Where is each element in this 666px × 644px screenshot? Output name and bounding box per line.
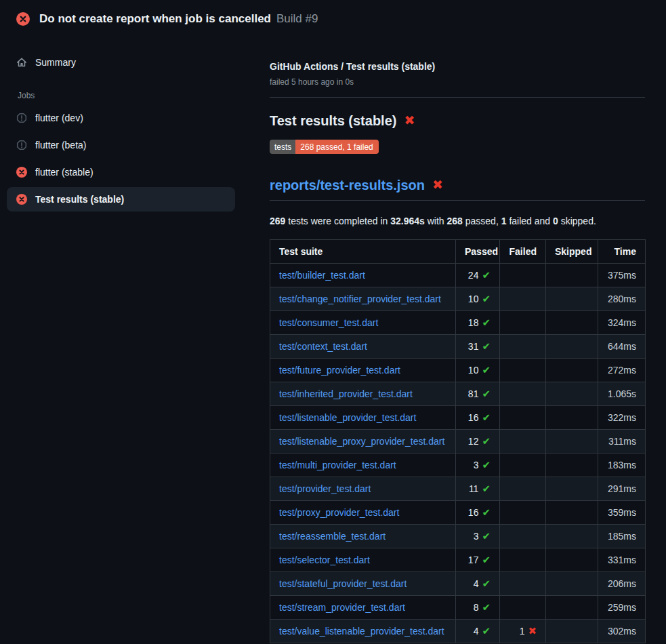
divider [270, 97, 645, 98]
check-mark-icon: ✔ [482, 269, 491, 281]
table-row: test/selector_test.dart17✔331ms [270, 548, 646, 572]
column-header-skipped: Skipped [546, 240, 598, 264]
column-header-failed: Failed [500, 240, 546, 264]
failed-cell [500, 477, 546, 501]
time-cell: 259ms [598, 596, 646, 620]
failed-cell [500, 548, 546, 572]
time-cell: 324ms [598, 311, 646, 335]
cross-mark-icon: ✖ [528, 625, 537, 637]
test-suite-link[interactable]: test/listenable_proxy_provider_test.dart [279, 436, 444, 447]
skipped-cell [546, 596, 598, 620]
sidebar-item-label: flutter (stable) [35, 166, 93, 178]
jobs-section-label: Jobs [7, 85, 235, 106]
skipped-cell [546, 572, 598, 596]
skipped-cell [546, 382, 598, 406]
status-line: failed 5 hours ago in 0s [270, 77, 645, 87]
check-mark-icon: ✔ [482, 530, 491, 542]
test-suite-link[interactable]: test/selector_test.dart [279, 555, 370, 565]
tests-badge: tests 268 passed, 1 failed [270, 140, 379, 154]
failed-cell [500, 359, 546, 382]
test-suite-link[interactable]: test/inherited_provider_test.dart [279, 388, 413, 399]
time-cell: 183ms [598, 454, 646, 477]
skipped-cell [546, 454, 598, 477]
sidebar-item-flutter-dev[interactable]: flutter (dev) [7, 106, 235, 130]
passed-cell: 10✔ [456, 287, 500, 311]
table-row: test/stream_provider_test.dart8✔259ms [270, 596, 646, 620]
skipped-cell [546, 335, 598, 359]
test-suite-link[interactable]: test/value_listenable_provider_test.dart [279, 626, 444, 637]
failed-cell [500, 382, 546, 406]
test-suite-link[interactable]: test/provider_test.dart [279, 483, 371, 494]
test-suite-cell: test/provider_test.dart [270, 477, 456, 501]
test-suite-cell: test/builder_test.dart [270, 264, 456, 287]
jobs-list: flutter (dev) flutter (beta) [7, 106, 235, 212]
test-suite-link[interactable]: test/reassemble_test.dart [279, 531, 386, 542]
skipped-cell [546, 548, 598, 572]
passed-cell: 12✔ [456, 430, 500, 454]
passed-cell: 11✔ [456, 477, 500, 501]
sidebar-item-label: Summary [35, 56, 76, 68]
passed-cell: 16✔ [456, 501, 500, 525]
test-suite-link[interactable]: test/builder_test.dart [279, 270, 365, 281]
sidebar: Summary Jobs flutter (dev) [0, 35, 242, 214]
divider [270, 200, 645, 201]
stop-icon [16, 140, 27, 150]
test-suite-link[interactable]: test/proxy_provider_test.dart [279, 507, 399, 518]
time-cell: 280ms [598, 287, 646, 311]
check-mark-icon: ✔ [482, 340, 491, 352]
sidebar-item-summary[interactable]: Summary [7, 50, 235, 75]
x-circle-icon [16, 194, 27, 205]
check-mark-icon: ✔ [482, 483, 491, 494]
check-mark-icon: ✔ [482, 435, 491, 447]
test-suite-link[interactable]: test/change_notifier_provider_test.dart [279, 294, 441, 304]
check-mark-icon: ✔ [482, 411, 491, 423]
check-mark-icon: ✔ [482, 601, 491, 613]
skipped-cell [546, 264, 598, 287]
results-table: Test suite Passed Failed Skipped Time te… [270, 239, 646, 643]
test-suite-cell: test/value_listenable_provider_test.dart [270, 620, 456, 643]
section-heading: Test results (stable) ✖ [270, 111, 645, 130]
table-row: test/change_notifier_provider_test.dart1… [270, 287, 646, 311]
failed-cell [500, 454, 546, 477]
check-mark-icon: ✔ [482, 388, 491, 399]
check-run-header: Do not create report when job is cancell… [0, 0, 666, 35]
sidebar-item-label: flutter (beta) [35, 139, 86, 151]
passed-cell: 4✔ [456, 572, 500, 596]
time-cell: 272ms [598, 359, 646, 382]
table-row: test/consumer_test.dart18✔324ms [270, 311, 646, 335]
failed-cell [500, 264, 546, 287]
test-suite-link[interactable]: test/listenable_provider_test.dart [279, 412, 416, 423]
check-mark-icon: ✔ [482, 364, 491, 376]
failed-cell [500, 501, 546, 525]
test-suite-cell: test/change_notifier_provider_test.dart [270, 287, 456, 311]
time-cell: 185ms [598, 525, 646, 548]
passed-cell: 31✔ [456, 335, 500, 359]
sidebar-item-test-results-stable[interactable]: Test results (stable) [7, 187, 235, 212]
time-cell: 291ms [598, 477, 646, 501]
test-suite-link[interactable]: test/consumer_test.dart [279, 317, 378, 328]
test-suite-link[interactable]: test/multi_provider_test.dart [279, 460, 396, 470]
breadcrumb: GitHub Actions / Test results (stable) [270, 60, 645, 73]
test-suite-cell: test/stream_provider_test.dart [270, 596, 456, 620]
test-suite-link[interactable]: test/future_provider_test.dart [279, 365, 400, 376]
test-suite-link[interactable]: test/stream_provider_test.dart [279, 602, 405, 613]
passed-cell: 8✔ [456, 596, 500, 620]
check-mark-icon: ✔ [482, 293, 491, 304]
summary-line: 269 tests were completed in 32.964s with… [270, 216, 645, 227]
section-title: Test results (stable) [270, 111, 396, 130]
time-cell: 1.065s [598, 382, 646, 406]
test-suite-link[interactable]: test/stateful_provider_test.dart [279, 578, 407, 589]
failed-cell [500, 572, 546, 596]
test-suite-link[interactable]: test/context_test.dart [279, 341, 367, 352]
test-suite-cell: test/stateful_provider_test.dart [270, 572, 456, 596]
failed-cell: 1✖ [500, 620, 546, 643]
failed-cell [500, 525, 546, 548]
skipped-cell [546, 359, 598, 382]
time-cell: 206ms [598, 572, 646, 596]
sidebar-item-flutter-stable[interactable]: flutter (stable) [7, 160, 235, 184]
table-row: test/value_listenable_provider_test.dart… [270, 620, 646, 643]
report-file-link[interactable]: reports/test-results.json [270, 176, 425, 195]
check-mark-icon: ✔ [482, 317, 491, 328]
sidebar-item-flutter-beta[interactable]: flutter (beta) [7, 133, 235, 157]
table-row: test/inherited_provider_test.dart81✔1.06… [270, 382, 646, 406]
